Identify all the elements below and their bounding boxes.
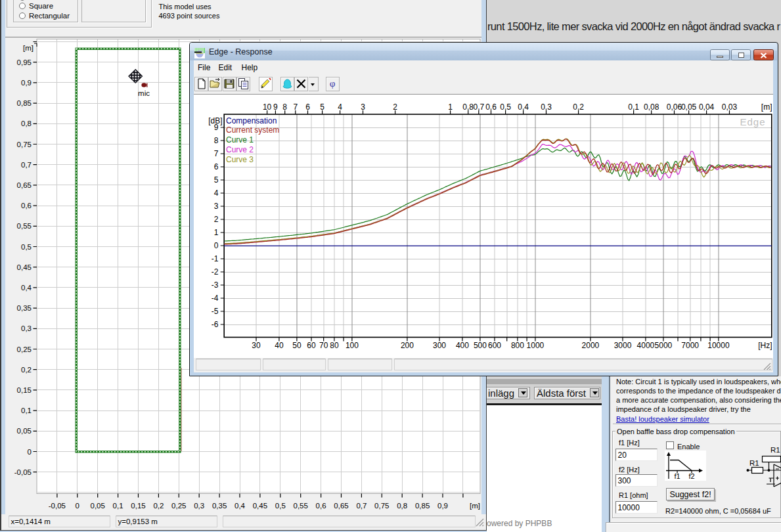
svg-text:0,05: 0,05 bbox=[91, 502, 105, 510]
svg-text:0,5: 0,5 bbox=[21, 243, 32, 251]
svg-text:0,6: 0,6 bbox=[485, 102, 497, 112]
svg-text:0,3: 0,3 bbox=[21, 324, 32, 332]
svg-text:f1: f1 bbox=[674, 472, 680, 480]
svg-text:0,75: 0,75 bbox=[374, 502, 389, 510]
svg-text:0,9: 0,9 bbox=[437, 502, 448, 510]
svg-text:2: 2 bbox=[214, 215, 219, 224]
svg-text:0: 0 bbox=[76, 502, 79, 510]
svg-text:0,7: 0,7 bbox=[356, 502, 367, 510]
svg-text:0,4: 0,4 bbox=[21, 284, 32, 292]
svg-text:-6: -6 bbox=[212, 320, 219, 329]
svg-text:300: 300 bbox=[433, 341, 446, 350]
svg-text:0,06: 0,06 bbox=[667, 102, 682, 112]
svg-text:6: 6 bbox=[305, 102, 310, 112]
svg-text:0,75: 0,75 bbox=[17, 141, 32, 148]
svg-text:500: 500 bbox=[474, 341, 487, 350]
svg-text:[Hz]: [Hz] bbox=[758, 341, 772, 350]
svg-text:0,1: 0,1 bbox=[628, 102, 639, 112]
svg-text:0,9: 0,9 bbox=[21, 79, 32, 87]
svg-text:1000: 1000 bbox=[527, 341, 545, 350]
svg-text:2: 2 bbox=[393, 102, 397, 112]
svg-text:100: 100 bbox=[346, 341, 359, 350]
svg-text:0,15: 0,15 bbox=[131, 502, 145, 510]
svg-text:0,65: 0,65 bbox=[334, 502, 348, 510]
svg-text:2000: 2000 bbox=[582, 341, 600, 350]
svg-text:[m]: [m] bbox=[23, 44, 33, 52]
svg-text:800: 800 bbox=[511, 341, 524, 350]
svg-text:-2: -2 bbox=[212, 267, 219, 277]
svg-text:f2: f2 bbox=[688, 472, 694, 480]
svg-text:mic: mic bbox=[138, 89, 150, 97]
svg-text:0,5: 0,5 bbox=[275, 502, 286, 510]
svg-text:60: 60 bbox=[307, 341, 316, 350]
svg-text:0,8: 0,8 bbox=[462, 102, 474, 112]
svg-text:[m]: [m] bbox=[470, 502, 480, 510]
svg-text:0,05: 0,05 bbox=[681, 102, 697, 112]
svg-text:0,2: 0,2 bbox=[21, 366, 32, 374]
svg-text:0: 0 bbox=[214, 241, 219, 250]
svg-text:0,65: 0,65 bbox=[17, 181, 32, 189]
svg-text:0,2: 0,2 bbox=[573, 102, 584, 112]
svg-text:50: 50 bbox=[292, 341, 301, 350]
svg-text:9: 9 bbox=[273, 102, 278, 112]
svg-text:8: 8 bbox=[214, 136, 219, 145]
svg-text:0,1: 0,1 bbox=[21, 407, 32, 414]
svg-text:-0,05: -0,05 bbox=[14, 468, 32, 476]
svg-text:R1: R1 bbox=[770, 446, 780, 454]
svg-text:0,25: 0,25 bbox=[171, 502, 186, 510]
svg-text:5: 5 bbox=[214, 175, 219, 185]
svg-text:Edge: Edge bbox=[740, 116, 765, 127]
svg-text:3: 3 bbox=[361, 102, 365, 112]
svg-text:0,03: 0,03 bbox=[722, 102, 738, 112]
svg-text:0,2: 0,2 bbox=[153, 502, 164, 510]
svg-text:70: 70 bbox=[319, 341, 328, 350]
svg-text:4: 4 bbox=[338, 102, 342, 112]
svg-text:0,8: 0,8 bbox=[21, 120, 32, 127]
svg-text:Curve 2: Curve 2 bbox=[226, 145, 254, 154]
svg-text:0,7: 0,7 bbox=[473, 102, 484, 112]
svg-text:Curve 3: Curve 3 bbox=[226, 154, 254, 164]
svg-text:Compensation: Compensation bbox=[226, 116, 277, 125]
svg-text:6: 6 bbox=[214, 162, 219, 171]
svg-text:0,6: 0,6 bbox=[21, 202, 32, 210]
svg-text:-4: -4 bbox=[212, 294, 219, 303]
svg-text:-0,05: -0,05 bbox=[49, 502, 66, 510]
svg-text:0,1: 0,1 bbox=[113, 502, 123, 510]
svg-text:80: 80 bbox=[330, 341, 339, 350]
svg-text:7: 7 bbox=[293, 102, 298, 112]
svg-text:0,45: 0,45 bbox=[253, 502, 267, 510]
svg-text:8: 8 bbox=[282, 102, 287, 112]
svg-text:0,5: 0,5 bbox=[500, 102, 511, 112]
svg-text:0,4: 0,4 bbox=[518, 102, 529, 112]
svg-text:30: 30 bbox=[252, 341, 261, 350]
svg-text:40: 40 bbox=[275, 341, 284, 350]
svg-text:7000: 7000 bbox=[681, 341, 699, 350]
svg-text:0,35: 0,35 bbox=[212, 502, 227, 510]
svg-text:0: 0 bbox=[28, 448, 32, 456]
svg-text:400: 400 bbox=[456, 341, 469, 350]
svg-text:3000: 3000 bbox=[614, 341, 632, 350]
svg-text:R1: R1 bbox=[749, 459, 759, 467]
svg-text:-1: -1 bbox=[212, 254, 219, 263]
svg-text:3: 3 bbox=[214, 202, 219, 211]
svg-text:[m]: [m] bbox=[761, 102, 772, 112]
svg-text:1: 1 bbox=[448, 102, 453, 112]
svg-text:1: 1 bbox=[214, 228, 219, 237]
svg-text:0,8: 0,8 bbox=[397, 502, 407, 510]
svg-text:4000: 4000 bbox=[637, 341, 655, 350]
svg-text:0,25: 0,25 bbox=[17, 345, 32, 353]
svg-text:-5: -5 bbox=[212, 307, 219, 316]
svg-text:0,3: 0,3 bbox=[541, 102, 552, 112]
svg-text:0,95: 0,95 bbox=[17, 58, 32, 66]
svg-text:4: 4 bbox=[214, 188, 219, 198]
svg-text:10: 10 bbox=[263, 102, 272, 112]
svg-text:0,85: 0,85 bbox=[415, 502, 430, 510]
svg-text:0,05: 0,05 bbox=[17, 427, 32, 435]
svg-text:0,85: 0,85 bbox=[17, 99, 32, 107]
svg-text:0,6: 0,6 bbox=[316, 502, 326, 510]
svg-text:0,55: 0,55 bbox=[294, 502, 308, 510]
svg-text:Curve 1: Curve 1 bbox=[226, 135, 254, 144]
svg-text:0,7: 0,7 bbox=[21, 161, 32, 169]
svg-text:0,15: 0,15 bbox=[17, 386, 32, 394]
svg-text:600: 600 bbox=[488, 341, 501, 350]
